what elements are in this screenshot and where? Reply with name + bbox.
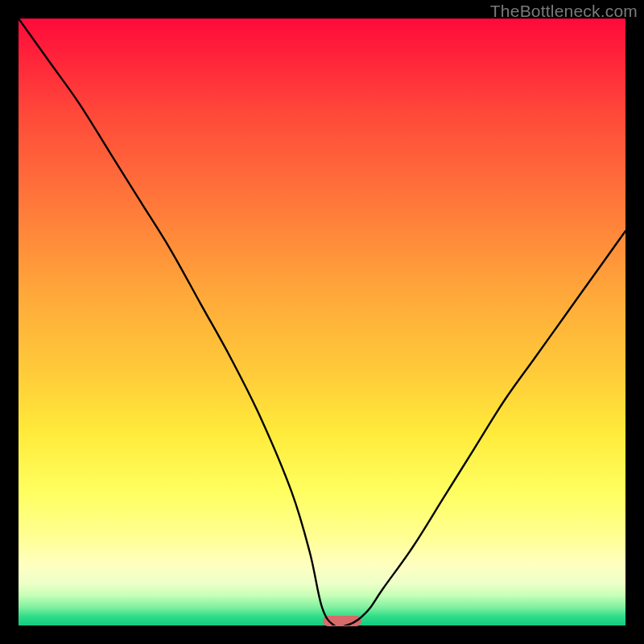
curve-path	[19, 19, 625, 625]
watermark-label: TheBottleneck.com	[490, 2, 638, 21]
chart-plot-area	[19, 19, 625, 625]
bottleneck-curve	[19, 19, 625, 625]
chart-frame: TheBottleneck.com	[0, 0, 644, 644]
